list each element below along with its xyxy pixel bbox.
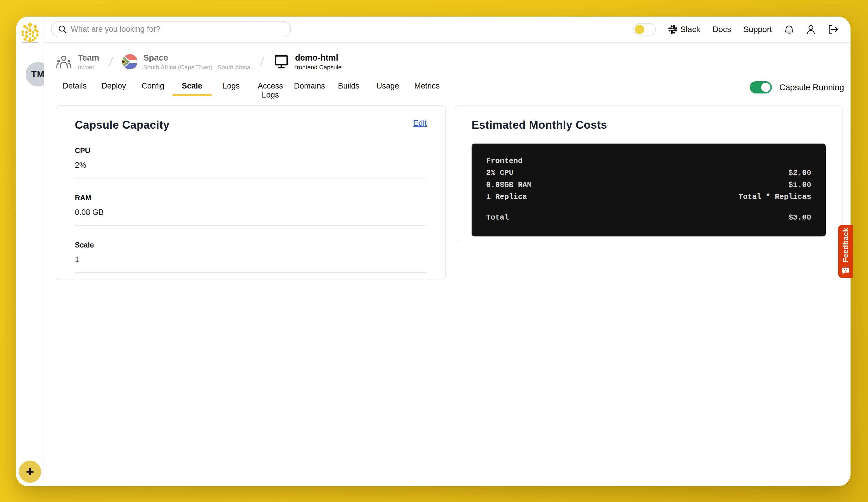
search-input[interactable] <box>70 24 284 34</box>
tab-details[interactable]: Details <box>55 79 94 96</box>
tab-label: Domains <box>294 82 325 90</box>
tab-builds[interactable]: Builds <box>329 79 368 96</box>
capacity-row-cpu: CPU 2% <box>75 146 427 178</box>
capacity-row-scale: Scale 1 <box>75 241 427 273</box>
south-africa-flag-icon <box>122 54 137 69</box>
tab-label: Usage <box>376 82 399 90</box>
nav-link-label: Docs <box>712 25 731 34</box>
row-divider <box>75 178 427 178</box>
breadcrumb-capsule-subtitle: frontend Capsule <box>295 64 342 71</box>
tab-deploy[interactable]: Deploy <box>94 79 133 96</box>
capacity-row-label: Scale <box>75 241 427 249</box>
capsule-running-control: Capsule Running <box>750 81 844 93</box>
feedback-button[interactable]: Feedback <box>838 225 853 278</box>
theme-toggle[interactable] <box>633 23 656 35</box>
breadcrumb-space[interactable]: Space South Africa (Cape Town) | South A… <box>122 53 250 71</box>
app-logo-icon[interactable] <box>21 23 39 43</box>
cost-value: $2.00 <box>788 167 811 179</box>
capsule-running-toggle[interactable] <box>750 81 772 93</box>
active-tab-underline <box>173 94 211 96</box>
breadcrumb-team-subtitle: owner <box>78 64 99 71</box>
tab-access-logs[interactable]: Access Logs <box>251 79 290 96</box>
avatar-initials: TM <box>31 69 44 79</box>
costs-group-row: Frontend <box>486 155 811 167</box>
costs-row-cpu: 2% CPU $2.00 <box>486 167 811 179</box>
capacity-card-title: Capsule Capacity <box>75 119 169 131</box>
tab-label: Details <box>63 82 87 90</box>
capacity-row-label: RAM <box>75 194 427 202</box>
tab-label: Deploy <box>102 82 126 90</box>
breadcrumb-capsule-title: demo-html <box>295 53 342 63</box>
user-icon <box>806 24 816 35</box>
bell-icon <box>784 24 794 35</box>
capsule-capacity-card: Capsule Capacity Edit CPU 2% RAM 0.08 GB… <box>56 105 446 280</box>
cost-value: Total * Replicas <box>738 191 811 203</box>
feedback-label: Feedback <box>841 228 850 262</box>
costs-row-ram: 0.08GB RAM $1.00 <box>486 179 811 191</box>
tab-logs[interactable]: Logs <box>212 79 251 96</box>
breadcrumb: Team owner / <box>56 49 342 74</box>
tab-domains[interactable]: Domains <box>290 79 329 96</box>
tab-label: Logs <box>223 82 240 90</box>
sidebar-divider <box>22 42 38 43</box>
feedback-smiley-icon <box>841 267 850 275</box>
costs-card-title: Estimated Monthly Costs <box>472 119 607 131</box>
tab-label: Access Logs <box>258 82 283 99</box>
edit-capacity-link[interactable]: Edit <box>413 119 427 128</box>
tab-scale[interactable]: Scale <box>173 79 211 96</box>
tab-usage[interactable]: Usage <box>368 79 407 96</box>
top-bar: Slack Docs Support <box>44 17 850 43</box>
nav-link-label: Support <box>743 25 772 34</box>
capacity-row-ram: RAM 0.08 GB <box>75 194 427 226</box>
cost-total-value: $3.00 <box>788 212 811 224</box>
add-button[interactable] <box>19 461 41 483</box>
sidebar: TM <box>16 17 44 486</box>
monthly-costs-card: Estimated Monthly Costs Frontend 2% CPU … <box>455 105 843 242</box>
search-icon <box>58 25 67 33</box>
app-root: { "search": { "placeholder": "What are y… <box>0 0 868 502</box>
breadcrumb-team[interactable]: Team owner <box>56 53 99 71</box>
nav-link-slack[interactable]: Slack <box>668 25 700 34</box>
slack-icon <box>668 25 678 34</box>
content-area: Slack Docs Support <box>44 17 850 486</box>
team-icon <box>56 54 72 70</box>
search-bar[interactable] <box>51 21 291 37</box>
account-button[interactable] <box>806 24 816 35</box>
tab-label: Config <box>142 82 164 90</box>
nav-link-docs[interactable]: Docs <box>712 25 731 34</box>
capacity-row-value: 1 <box>75 255 427 264</box>
capsule-running-label: Capsule Running <box>779 83 844 92</box>
capacity-row-value: 2% <box>75 161 427 170</box>
capacity-row-label: CPU <box>75 146 427 155</box>
top-right-nav: Slack Docs Support <box>633 17 839 42</box>
costs-total-row: Total $3.00 <box>486 212 811 224</box>
tab-label: Scale <box>182 82 203 90</box>
nav-link-support[interactable]: Support <box>743 25 772 34</box>
row-divider <box>75 272 427 273</box>
cost-label: 1 Replica <box>486 191 527 203</box>
plus-icon <box>25 467 34 476</box>
breadcrumb-separator: / <box>259 55 265 69</box>
tab-bar: Details Deploy Config Scale Logs Access … <box>55 79 446 96</box>
breadcrumb-team-title: Team <box>78 53 99 63</box>
tab-label: Metrics <box>414 82 440 90</box>
row-divider <box>75 225 427 226</box>
costs-group-label: Frontend <box>486 155 523 167</box>
notifications-button[interactable] <box>784 24 794 35</box>
breadcrumb-separator: / <box>108 55 113 69</box>
cost-label: 2% CPU <box>486 167 514 179</box>
tab-config[interactable]: Config <box>133 79 173 96</box>
tab-metrics[interactable]: Metrics <box>407 79 446 96</box>
nav-link-label: Slack <box>680 25 700 34</box>
logout-button[interactable] <box>828 24 839 34</box>
team-avatar[interactable]: TM <box>24 60 44 88</box>
tab-label: Builds <box>338 82 360 90</box>
monitor-icon <box>273 54 289 70</box>
capsule-running-toggle-knob <box>761 83 771 92</box>
cost-value: $1.00 <box>788 179 811 191</box>
costs-terminal: Frontend 2% CPU $2.00 0.08GB RAM $1.00 1… <box>472 144 826 237</box>
breadcrumb-capsule[interactable]: demo-html frontend Capsule <box>273 53 342 71</box>
cost-label: 0.08GB RAM <box>486 179 531 191</box>
costs-row-replica: 1 Replica Total * Replicas <box>486 191 811 203</box>
cost-total-label: Total <box>486 212 509 224</box>
